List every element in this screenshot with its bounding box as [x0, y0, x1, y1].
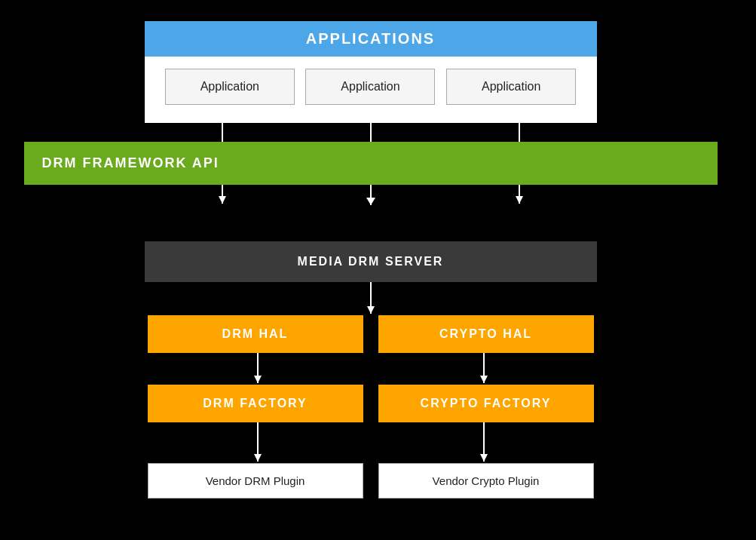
drm-framework-label: DRM FRAMEWORK API: [42, 155, 219, 171]
crypto-hal-box: CRYPTO HAL: [378, 315, 594, 353]
diagram-container: APPLICATIONS Application Application App…: [145, 0, 612, 540]
drm-hal-box: DRM HAL: [148, 315, 363, 353]
factory-row: DRM FACTORY CRYPTO FACTORY: [145, 385, 597, 422]
svg-marker-11: [516, 196, 523, 204]
svg-marker-17: [480, 376, 488, 383]
svg-marker-13: [367, 306, 375, 314]
drm-framework-block: DRM FRAMEWORK API: [24, 142, 718, 185]
app-box-1: Application: [165, 69, 295, 105]
svg-marker-7: [219, 196, 226, 204]
media-drm-label: MEDIA DRM SERVER: [298, 255, 444, 268]
svg-marker-21: [480, 454, 488, 462]
applications-header: APPLICATIONS: [145, 21, 597, 57]
vendor-crypto-box: Vendor Crypto Plugin: [378, 463, 594, 499]
hal-row: DRM HAL CRYPTO HAL: [145, 315, 597, 353]
app-box-3: Application: [446, 69, 576, 105]
applications-block: APPLICATIONS Application Application App…: [145, 21, 597, 123]
drm-factory-box: DRM FACTORY: [148, 385, 363, 422]
vendor-row: Vendor DRM Plugin Vendor Crypto Plugin: [145, 463, 597, 499]
svg-marker-9: [366, 198, 375, 205]
vendor-drm-box: Vendor DRM Plugin: [148, 463, 363, 499]
applications-body: Application Application Application: [145, 57, 597, 123]
crypto-factory-box: CRYPTO FACTORY: [378, 385, 594, 422]
app-box-2: Application: [305, 69, 435, 105]
svg-marker-15: [254, 376, 262, 383]
svg-marker-19: [254, 454, 262, 462]
media-drm-block: MEDIA DRM SERVER: [145, 241, 597, 282]
